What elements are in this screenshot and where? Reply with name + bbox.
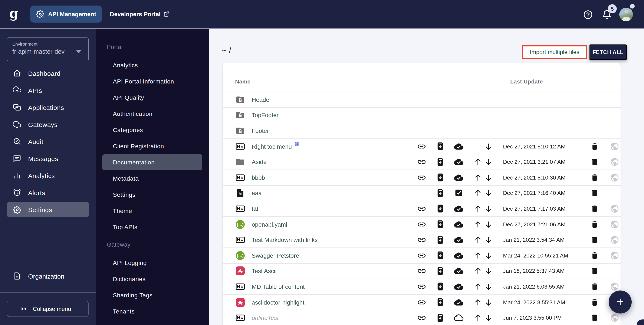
delete-icon[interactable] [590,313,600,323]
move-down-icon[interactable] [484,313,494,323]
link-icon[interactable] [416,297,427,307]
move-down-icon[interactable] [484,141,494,152]
page-name-link[interactable]: Footer [252,127,269,134]
save-icon[interactable] [435,204,445,214]
translate-icon[interactable] [610,141,620,152]
link-icon[interactable] [416,204,427,214]
save-icon[interactable] [435,297,445,307]
save-icon[interactable] [435,313,445,323]
page-name-link[interactable]: Aside [252,158,267,165]
move-down-icon[interactable] [484,188,494,198]
environment-selector[interactable]: Environment fr-apim-master-dev [7,38,88,61]
user-avatar[interactable] [619,8,633,21]
link-icon[interactable] [416,172,427,183]
sub-sidebar-item-settings[interactable]: Settings [102,186,202,203]
save-icon[interactable] [435,250,445,260]
delete-icon[interactable] [590,141,600,152]
publish-status-icon[interactable] [454,204,464,214]
api-management-button[interactable]: API Management [30,6,102,22]
translate-icon[interactable] [610,172,620,183]
publish-status-icon[interactable] [454,219,464,229]
move-down-icon[interactable] [484,266,494,276]
sidebar-item-applications[interactable]: Applications [7,100,89,115]
save-icon[interactable] [435,219,445,229]
move-down-icon[interactable] [484,157,494,167]
page-name-link[interactable]: MD Table of content [252,283,305,290]
move-up-icon[interactable] [473,313,483,323]
move-up-icon[interactable] [473,204,483,214]
save-icon[interactable] [435,172,445,183]
move-down-icon[interactable] [484,219,494,229]
move-up-icon[interactable] [473,188,483,198]
publish-status-icon[interactable] [454,250,464,260]
sidebar-item-gateways[interactable]: Gateways [7,117,89,132]
sub-sidebar-item-analytics[interactable]: Analytics [102,57,202,73]
sub-sidebar-item-tenants[interactable]: Tenants [102,303,202,320]
translate-icon[interactable] [610,157,620,167]
link-icon[interactable] [416,157,427,167]
publish-status-icon[interactable] [454,157,464,167]
sidebar-item-organization[interactable]: Organization [0,268,96,284]
save-icon[interactable] [435,235,445,245]
publish-status-icon[interactable] [454,188,464,198]
link-icon[interactable] [416,313,427,323]
import-multiple-files-button[interactable]: Import multiple files [522,45,587,59]
link-icon[interactable] [416,219,427,229]
translate-icon[interactable] [610,250,620,260]
sidebar-item-apis[interactable]: APIs [7,83,89,98]
add-page-fab[interactable]: + [609,290,632,314]
sidebar-item-audit[interactable]: Audit [7,134,89,149]
save-icon[interactable] [435,282,445,292]
sub-sidebar-item-api-logging[interactable]: API Logging [102,255,202,271]
move-down-icon[interactable] [484,250,494,260]
page-name-link[interactable]: tttt [252,205,258,212]
move-up-icon[interactable] [473,235,483,245]
move-down-icon[interactable] [484,235,494,245]
page-name-link[interactable]: openapi.yaml [252,221,287,228]
link-icon[interactable] [416,235,427,245]
sub-sidebar-item-dictionaries[interactable]: Dictionaries [102,271,202,287]
sidebar-item-analytics[interactable]: Analytics [7,168,89,183]
delete-icon[interactable] [590,172,600,183]
sub-sidebar-item-authentication[interactable]: Authentication [102,106,202,122]
page-name-link[interactable]: asciidoctor-highlight [252,299,304,306]
sub-sidebar-item-documentation[interactable]: Documentation [102,154,202,170]
move-up-icon[interactable] [473,219,483,229]
page-name-link[interactable]: Swagger Petstore [252,252,299,259]
save-icon[interactable] [435,157,445,167]
move-down-icon[interactable] [484,204,494,214]
sidebar-item-settings[interactable]: Settings [7,202,89,217]
translate-icon[interactable] [610,235,620,245]
fetch-all-button[interactable]: FETCH ALL [589,44,627,60]
delete-icon[interactable] [590,204,600,214]
move-up-icon[interactable] [473,250,483,260]
page-name-link[interactable]: Header [252,96,271,103]
page-name-link[interactable]: bbbb [252,174,265,181]
publish-status-icon[interactable] [454,141,464,152]
publish-status-icon[interactable] [454,313,464,323]
delete-icon[interactable] [590,188,600,198]
save-icon[interactable] [435,188,445,198]
page-name-link[interactable]: Right toc menu [252,143,300,150]
sub-sidebar-item-api-portal-information[interactable]: API Portal Information [102,73,202,90]
move-down-icon[interactable] [484,282,494,292]
sidebar-item-dashboard[interactable]: Dashboard [7,66,89,81]
translate-icon[interactable] [610,219,620,229]
help-button[interactable] [583,10,593,20]
delete-icon[interactable] [590,297,600,307]
save-icon[interactable] [435,266,445,276]
page-name-link[interactable]: Test Ascii [252,268,277,274]
sidebar-item-messages[interactable]: Messages [7,151,89,166]
delete-icon[interactable] [590,235,600,245]
sub-sidebar-item-client-registration[interactable]: Client Registration [102,138,202,154]
publish-status-icon[interactable] [454,235,464,245]
link-icon[interactable] [416,282,427,292]
link-icon[interactable] [416,266,427,276]
move-up-icon[interactable] [473,172,483,183]
move-up-icon[interactable] [473,157,483,167]
page-name-link[interactable]: Test Markdown with links [252,236,318,243]
sub-sidebar-item-metadata[interactable]: Metadata [102,170,202,186]
link-icon[interactable] [416,141,427,152]
save-icon[interactable] [435,141,445,152]
publish-status-icon[interactable] [454,297,464,307]
